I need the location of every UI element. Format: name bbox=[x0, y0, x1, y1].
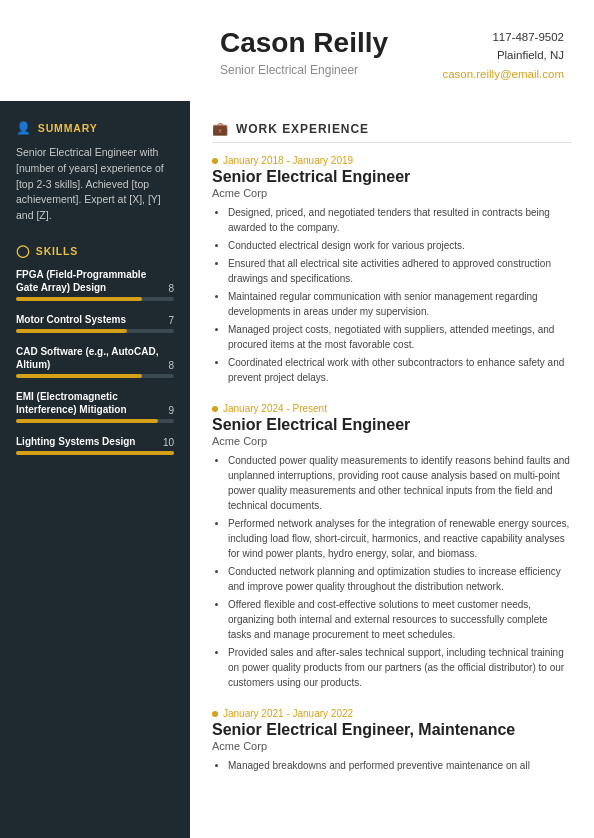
skill-header: CAD Software (e.g., AutoCAD, Altium) 8 bbox=[16, 345, 174, 371]
skill-bar-bg bbox=[16, 329, 174, 333]
skill-bar-fill bbox=[16, 451, 174, 455]
skill-score: 10 bbox=[163, 437, 174, 448]
skill-item: EMI (Electromagnetic Interference) Mitig… bbox=[16, 390, 174, 423]
work-experience-title: Work Experience bbox=[236, 122, 369, 136]
bullet-item: Ensured that all electrical site activit… bbox=[228, 256, 572, 286]
bullet-item: Coordinated electrical work with other s… bbox=[228, 355, 572, 385]
bullet-item: Managed breakdowns and performed prevent… bbox=[228, 758, 572, 773]
job-title: Senior Electrical Engineer bbox=[212, 168, 572, 186]
skill-bar-fill bbox=[16, 329, 127, 333]
job-block: January 2018 - January 2019 Senior Elect… bbox=[212, 155, 572, 385]
bullet-item: Offered flexible and cost-effective solu… bbox=[228, 597, 572, 642]
skill-score: 8 bbox=[168, 360, 174, 371]
phone: 117-487-9502 bbox=[442, 28, 564, 46]
job-date: January 2024 - Present bbox=[212, 403, 572, 414]
job-bullets: Conducted power quality measurements to … bbox=[212, 453, 572, 690]
jobs-list: January 2018 - January 2019 Senior Elect… bbox=[212, 155, 572, 773]
skill-bar-bg bbox=[16, 374, 174, 378]
summary-section-title: 👤 Summary bbox=[16, 121, 174, 135]
work-experience-header: 💼 Work Experience bbox=[212, 121, 572, 143]
content: 💼 Work Experience January 2018 - January… bbox=[190, 101, 594, 838]
summary-text: Senior Electrical Engineer with [number … bbox=[16, 145, 174, 224]
skill-item: Motor Control Systems 7 bbox=[16, 313, 174, 333]
skill-name: CAD Software (e.g., AutoCAD, Altium) bbox=[16, 345, 164, 371]
bullet-item: Performed network analyses for the integ… bbox=[228, 516, 572, 561]
job-date: January 2021 - January 2022 bbox=[212, 708, 572, 719]
skill-bar-fill bbox=[16, 297, 142, 301]
skill-bar-fill bbox=[16, 374, 142, 378]
candidate-title: Senior Electrical Engineer bbox=[220, 63, 388, 77]
job-company: Acme Corp bbox=[212, 435, 572, 447]
email: cason.reilly@email.com bbox=[442, 65, 564, 83]
skill-bar-fill bbox=[16, 419, 158, 423]
skill-score: 7 bbox=[168, 315, 174, 326]
bullet-item: Conducted power quality measurements to … bbox=[228, 453, 572, 513]
skill-name: FPGA (Field-Programmable Gate Array) Des… bbox=[16, 268, 164, 294]
bullet-item: Conducted network planning and optimizat… bbox=[228, 564, 572, 594]
skill-header: Lighting Systems Design 10 bbox=[16, 435, 174, 448]
main-layout: 👤 Summary Senior Electrical Engineer wit… bbox=[0, 101, 594, 838]
skills-icon: ◯ bbox=[16, 244, 30, 258]
candidate-name: Cason Reilly bbox=[220, 28, 388, 59]
job-bullets: Designed, priced, and negotiated tenders… bbox=[212, 205, 572, 385]
skill-bar-bg bbox=[16, 451, 174, 455]
skill-header: Motor Control Systems 7 bbox=[16, 313, 174, 326]
bullet-item: Maintained regular communication with se… bbox=[228, 289, 572, 319]
skill-item: CAD Software (e.g., AutoCAD, Altium) 8 bbox=[16, 345, 174, 378]
job-company: Acme Corp bbox=[212, 187, 572, 199]
skill-item: FPGA (Field-Programmable Gate Array) Des… bbox=[16, 268, 174, 301]
skill-bar-bg bbox=[16, 297, 174, 301]
skill-name: Motor Control Systems bbox=[16, 313, 164, 326]
skill-item: Lighting Systems Design 10 bbox=[16, 435, 174, 455]
skills-section: ◯ Skills FPGA (Field-Programmable Gate A… bbox=[16, 244, 174, 455]
job-date: January 2018 - January 2019 bbox=[212, 155, 572, 166]
job-block: January 2024 - Present Senior Electrical… bbox=[212, 403, 572, 690]
job-block: January 2021 - January 2022 Senior Elect… bbox=[212, 708, 572, 773]
location: Plainfield, NJ bbox=[442, 46, 564, 64]
skill-score: 8 bbox=[168, 283, 174, 294]
bullet-item: Provided sales and after-sales technical… bbox=[228, 645, 572, 690]
person-icon: 👤 bbox=[16, 121, 32, 135]
job-bullets: Managed breakdowns and performed prevent… bbox=[212, 758, 572, 773]
skill-header: FPGA (Field-Programmable Gate Array) Des… bbox=[16, 268, 174, 294]
skill-bar-bg bbox=[16, 419, 174, 423]
bullet-item: Managed project costs, negotiated with s… bbox=[228, 322, 572, 352]
skill-name: EMI (Electromagnetic Interference) Mitig… bbox=[16, 390, 164, 416]
bullet-item: Conducted electrical design work for var… bbox=[228, 238, 572, 253]
job-title: Senior Electrical Engineer bbox=[212, 416, 572, 434]
header-left: Cason Reilly Senior Electrical Engineer bbox=[220, 28, 388, 77]
skill-header: EMI (Electromagnetic Interference) Mitig… bbox=[16, 390, 174, 416]
header-right: 117-487-9502 Plainfield, NJ cason.reilly… bbox=[442, 28, 564, 83]
bullet-item: Designed, priced, and negotiated tenders… bbox=[228, 205, 572, 235]
job-title: Senior Electrical Engineer, Maintenance bbox=[212, 721, 572, 739]
skill-name: Lighting Systems Design bbox=[16, 435, 159, 448]
briefcase-icon: 💼 bbox=[212, 121, 228, 136]
skills-list: FPGA (Field-Programmable Gate Array) Des… bbox=[16, 268, 174, 455]
skill-score: 9 bbox=[168, 405, 174, 416]
sidebar: 👤 Summary Senior Electrical Engineer wit… bbox=[0, 101, 190, 838]
skills-section-title: ◯ Skills bbox=[16, 244, 174, 258]
job-company: Acme Corp bbox=[212, 740, 572, 752]
header: Cason Reilly Senior Electrical Engineer … bbox=[0, 0, 594, 101]
